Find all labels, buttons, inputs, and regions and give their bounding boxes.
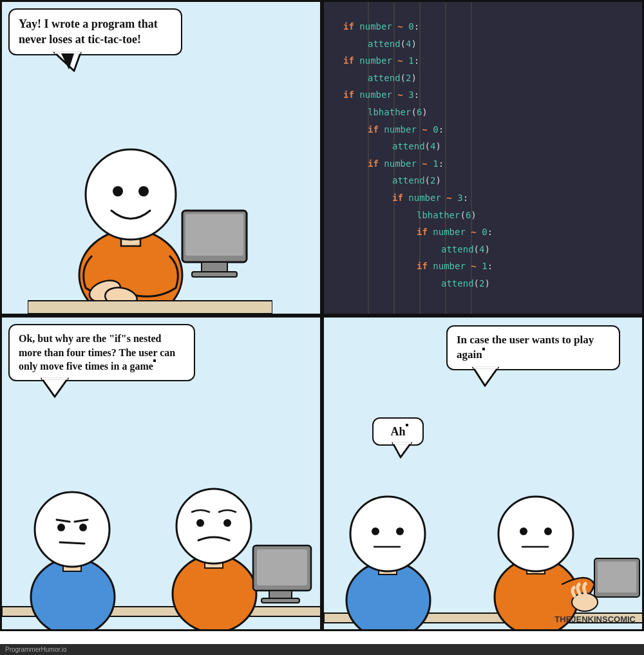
svg-rect-6 <box>202 262 227 272</box>
svg-rect-61 <box>598 562 636 593</box>
panel-4: In case the user wants to play again Ah <box>322 316 644 631</box>
svg-point-32 <box>196 519 204 527</box>
code-display: if number ~ 0: attend(4) if number ~ 1: … <box>324 2 642 314</box>
panel1-speech-bubble: Yay! I wrote a program that never loses … <box>8 8 182 55</box>
panel3-characters <box>2 417 322 629</box>
svg-point-58 <box>544 527 552 535</box>
svg-rect-7 <box>192 272 237 277</box>
svg-line-28 <box>60 542 84 544</box>
code-content: if number ~ 0: attend(4) if number ~ 1: … <box>343 18 493 292</box>
svg-rect-15 <box>28 301 272 314</box>
svg-marker-16 <box>42 379 68 397</box>
svg-line-1 <box>55 53 74 71</box>
svg-point-49 <box>350 497 425 571</box>
panel-2: if number ~ 0: attend(4) if number ~ 1: … <box>322 0 644 316</box>
panel-1: Yay! I wrote a program that never loses … <box>0 0 322 316</box>
svg-point-56 <box>498 497 573 571</box>
svg-point-14 <box>138 186 149 196</box>
svg-point-26 <box>57 524 65 531</box>
footer-bar: ProgrammerHumor.io <box>0 644 644 655</box>
svg-point-57 <box>520 527 527 535</box>
svg-point-31 <box>176 489 251 564</box>
svg-rect-37 <box>261 598 299 603</box>
bubble3-tail <box>42 379 74 398</box>
svg-point-50 <box>372 527 379 535</box>
panel3-speech-bubble: Ok, but why are the "if"s nested more th… <box>8 324 195 381</box>
panel3-bubble-text: Ok, but why are the "if"s nested more th… <box>19 333 175 372</box>
panel4-characters <box>324 430 644 629</box>
panel1-character <box>28 69 272 314</box>
panel-3: Ok, but why are the "if"s nested more th… <box>0 316 322 631</box>
svg-point-13 <box>113 186 123 196</box>
footer-left-text: ProgrammerHumor.io <box>5 646 67 653</box>
svg-point-33 <box>223 519 231 527</box>
comic-grid: Yay! I wrote a program that never loses … <box>0 0 644 644</box>
bubble4-tail <box>473 368 506 387</box>
panel1-bubble-text: Yay! I wrote a program that never loses … <box>19 17 158 46</box>
creator-credit: THEJENKINSCOMIC <box>554 614 636 624</box>
svg-marker-38 <box>473 368 498 386</box>
panel4-main-text: In case the user wants to play again <box>457 334 594 361</box>
panel4-main-bubble: In case the user wants to play again <box>446 325 620 370</box>
svg-point-51 <box>396 527 404 535</box>
svg-rect-36 <box>269 591 292 598</box>
svg-rect-35 <box>257 549 307 585</box>
svg-point-27 <box>79 524 87 531</box>
svg-rect-5 <box>185 214 243 256</box>
svg-point-12 <box>86 149 176 240</box>
svg-point-23 <box>35 492 109 567</box>
